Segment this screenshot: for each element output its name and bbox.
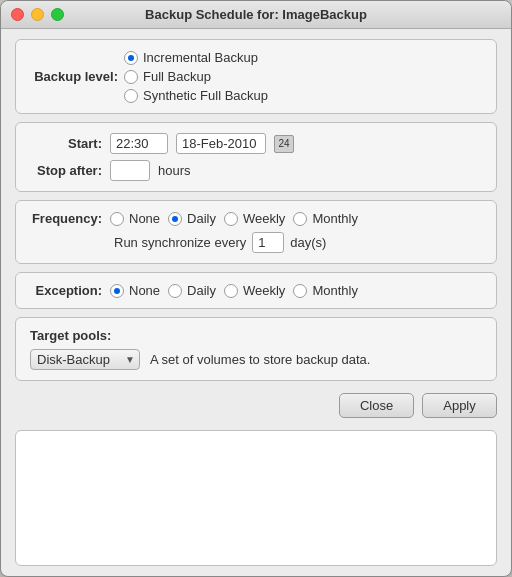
stop-after-label: Stop after: [30,163,102,178]
exc-daily-input[interactable] [168,284,182,298]
window-body: Backup level: Incremental Backup Full Ba… [1,29,511,576]
radio-full-input[interactable] [124,70,138,84]
exc-monthly-option[interactable]: Monthly [293,283,358,298]
freq-monthly-option[interactable]: Monthly [293,211,358,226]
freq-daily-label: Daily [187,211,216,226]
sync-unit-label: day(s) [290,235,326,250]
freq-daily-option[interactable]: Daily [168,211,216,226]
hours-label: hours [158,163,191,178]
main-window: Backup Schedule for: ImageBackup Backup … [0,0,512,577]
sync-row: Run synchronize every day(s) [30,232,482,253]
radio-full[interactable]: Full Backup [124,69,268,84]
exc-weekly-option[interactable]: Weekly [224,283,285,298]
start-label: Start: [30,136,102,151]
close-window-button[interactable] [11,8,24,21]
apply-button[interactable]: Apply [422,393,497,418]
target-pools-select[interactable]: Disk-Backup Tape-Backup Cloud-Backup [30,349,140,370]
freq-monthly-input[interactable] [293,212,307,226]
stop-after-input[interactable] [110,160,150,181]
window-controls [11,8,64,21]
frequency-label: Frequency: [30,211,102,226]
exc-weekly-label: Weekly [243,283,285,298]
radio-synthetic-input[interactable] [124,89,138,103]
exc-none-input[interactable] [110,284,124,298]
window-title: Backup Schedule for: ImageBackup [145,7,367,22]
sync-value-input[interactable] [252,232,284,253]
freq-weekly-label: Weekly [243,211,285,226]
calendar-icon[interactable]: 24 [274,135,294,153]
exc-none-label: None [129,283,160,298]
target-pools-row: Disk-Backup Tape-Backup Cloud-Backup ▼ A… [30,349,482,370]
target-pools-panel: Target pools: Disk-Backup Tape-Backup Cl… [15,317,497,381]
frequency-panel: Frequency: None Daily Weekly Monthly [15,200,497,264]
freq-weekly-option[interactable]: Weekly [224,211,285,226]
target-pools-label: Target pools: [30,328,482,343]
exc-weekly-input[interactable] [224,284,238,298]
radio-full-label: Full Backup [143,69,211,84]
exception-panel: Exception: None Daily Weekly Monthly [15,272,497,309]
start-row: Start: 24 [30,133,482,154]
close-button[interactable]: Close [339,393,414,418]
exc-daily-option[interactable]: Daily [168,283,216,298]
stop-after-row: Stop after: hours [30,160,482,181]
backup-level-row: Backup level: Incremental Backup Full Ba… [30,50,482,103]
radio-incremental[interactable]: Incremental Backup [124,50,268,65]
backup-level-panel: Backup level: Incremental Backup Full Ba… [15,39,497,114]
exc-monthly-input[interactable] [293,284,307,298]
frequency-row: Frequency: None Daily Weekly Monthly [30,211,482,226]
backup-level-label: Backup level: [30,69,118,84]
bottom-textarea[interactable] [15,430,497,566]
title-bar: Backup Schedule for: ImageBackup [1,1,511,29]
exc-daily-label: Daily [187,283,216,298]
exc-monthly-label: Monthly [312,283,358,298]
exception-label: Exception: [30,283,102,298]
freq-monthly-label: Monthly [312,211,358,226]
exc-none-option[interactable]: None [110,283,160,298]
freq-none-input[interactable] [110,212,124,226]
start-panel: Start: 24 Stop after: hours [15,122,497,192]
radio-incremental-label: Incremental Backup [143,50,258,65]
date-input[interactable] [176,133,266,154]
radio-synthetic[interactable]: Synthetic Full Backup [124,88,268,103]
target-pools-description: A set of volumes to store backup data. [150,352,370,367]
freq-none-label: None [129,211,160,226]
maximize-window-button[interactable] [51,8,64,21]
freq-weekly-input[interactable] [224,212,238,226]
freq-daily-input[interactable] [168,212,182,226]
time-input[interactable] [110,133,168,154]
minimize-window-button[interactable] [31,8,44,21]
radio-incremental-input[interactable] [124,51,138,65]
sync-label: Run synchronize every [114,235,246,250]
footer-buttons: Close Apply [15,389,497,422]
target-select-wrapper: Disk-Backup Tape-Backup Cloud-Backup ▼ [30,349,140,370]
freq-none-option[interactable]: None [110,211,160,226]
radio-synthetic-label: Synthetic Full Backup [143,88,268,103]
backup-level-options: Incremental Backup Full Backup Synthetic… [124,50,268,103]
